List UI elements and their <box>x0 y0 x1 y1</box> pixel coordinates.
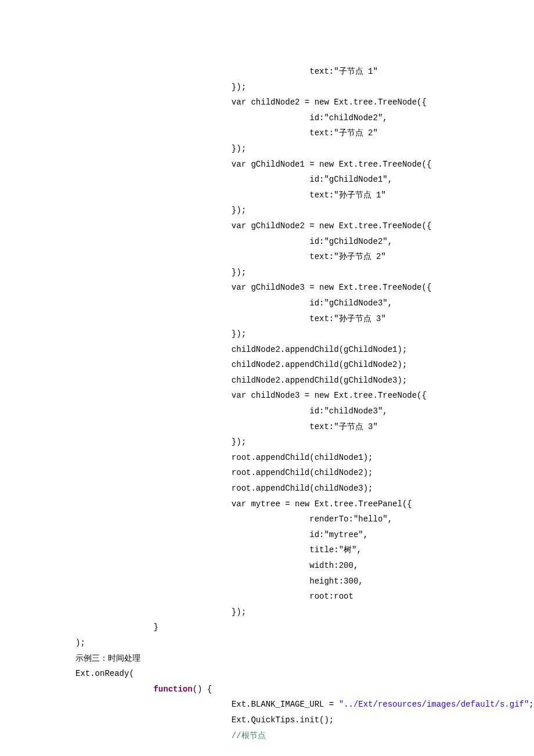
code-line: Ext.BLANK_IMAGE_URL = "../Ext/resources/… <box>75 700 534 709</box>
code-line: text:"孙子节点 2" <box>75 252 386 261</box>
code-line: //根节点 <box>75 731 266 740</box>
code-line: function() { <box>75 685 212 694</box>
code-token: }); <box>232 437 246 447</box>
code-token: title:"树", <box>309 545 362 555</box>
code-line: width:200, <box>75 561 358 570</box>
code-token: root.appendChild(childNode3); <box>232 484 373 493</box>
code-line: }); <box>75 607 246 617</box>
code-token: var childNode3 = new Ext.tree.TreeNode({ <box>232 391 427 400</box>
code-token: }); <box>232 268 246 277</box>
code-line: id:"mytree", <box>75 530 368 539</box>
code-token: var gChildNode2 = new Ext.tree.TreeNode(… <box>232 221 431 231</box>
code-token: var mytree = new Ext.tree.TreePanel({ <box>232 499 412 509</box>
code-token: var gChildNode1 = new Ext.tree.TreeNode(… <box>232 160 431 169</box>
code-token: id:"mytree", <box>309 530 368 539</box>
code-line: id:"childNode3", <box>75 406 388 416</box>
code-token: root.appendChild(childNode1); <box>232 453 373 462</box>
code-line: text:"子节点 2" <box>75 128 378 138</box>
code-token: }); <box>232 607 246 617</box>
code-line: }); <box>75 437 246 447</box>
code-token: childNode2.appendChild(gChildNode2); <box>232 360 407 369</box>
code-token: function <box>153 685 192 694</box>
code-line: var mytree = new Ext.tree.TreePanel({ <box>75 499 412 509</box>
code-line: height:300, <box>75 577 363 586</box>
code-token: var childNode2 = new Ext.tree.TreeNode({ <box>232 98 427 107</box>
code-line: title:"树", <box>75 545 362 555</box>
code-token: Ext.QuickTips.init(); <box>232 715 334 725</box>
code-token: text:"子节点 1" <box>309 67 378 76</box>
code-line: var gChildNode3 = new Ext.tree.TreeNode(… <box>75 283 431 292</box>
code-token: 示例三：时间处理 <box>75 654 140 663</box>
code-token: text:"孙子节点 1" <box>309 190 386 200</box>
code-token: var gChildNode3 = new Ext.tree.TreeNode(… <box>232 283 431 292</box>
code-token: }); <box>232 144 246 153</box>
code-token: height:300, <box>309 577 363 586</box>
code-token: id:"gChildNode3", <box>309 298 392 308</box>
code-token: }); <box>232 206 246 215</box>
code-line: ); <box>75 638 85 647</box>
code-token: childNode2.appendChild(gChildNode1); <box>232 345 407 354</box>
code-line: text:"子节点 3" <box>75 422 378 431</box>
code-line: 示例三：时间处理 <box>75 654 140 663</box>
code-line: id:"childNode2", <box>75 113 388 123</box>
code-token: ; <box>529 700 533 709</box>
code-line: }); <box>75 329 246 339</box>
code-line: text:"孙子节点 3" <box>75 314 386 323</box>
code-token: }); <box>232 329 246 339</box>
code-line: var childNode3 = new Ext.tree.TreeNode({ <box>75 391 427 400</box>
code-line: text:"子节点 1" <box>75 67 378 76</box>
code-line: var childNode2 = new Ext.tree.TreeNode({ <box>75 98 427 107</box>
code-token: text:"孙子节点 2" <box>309 252 386 261</box>
code-token: Ext.onReady( <box>75 669 134 678</box>
code-line: id:"gChildNode1", <box>75 175 392 184</box>
code-token: () { <box>193 685 212 694</box>
code-line: childNode2.appendChild(gChildNode3); <box>75 376 407 385</box>
code-line: root.appendChild(childNode3); <box>75 484 373 493</box>
code-token: width:200, <box>309 561 358 570</box>
code-line: childNode2.appendChild(gChildNode2); <box>75 360 407 369</box>
code-block: text:"子节点 1" }); var childNode2 = new Ex… <box>75 64 499 743</box>
code-token: } <box>153 622 158 632</box>
code-line: } <box>75 622 158 632</box>
code-line: text:"孙子节点 1" <box>75 190 386 200</box>
code-line: Ext.onReady( <box>75 669 134 678</box>
code-token: text:"孙子节点 3" <box>309 314 386 323</box>
code-token: root.appendChild(childNode2); <box>232 468 373 477</box>
document-page: text:"子节点 1" }); var childNode2 = new Ex… <box>0 0 534 756</box>
code-line: root:root <box>75 592 353 601</box>
code-token: //根节点 <box>232 731 266 740</box>
code-token: ); <box>75 638 85 647</box>
code-token: id:"childNode2", <box>309 113 387 123</box>
code-token: id:"gChildNode1", <box>309 175 392 184</box>
code-line: root.appendChild(childNode2); <box>75 468 373 477</box>
code-line: renderTo:"hello", <box>75 514 392 524</box>
code-line: }); <box>75 268 246 277</box>
code-line: var gChildNode2 = new Ext.tree.TreeNode(… <box>75 221 431 231</box>
code-token: }); <box>232 82 246 92</box>
code-token: id:"childNode3", <box>309 406 387 416</box>
code-line: root.appendChild(childNode1); <box>75 453 373 462</box>
code-token: Ext.BLANK_IMAGE_URL = <box>232 700 339 709</box>
code-token: id:"gChildNode2", <box>309 237 392 246</box>
code-line: childNode2.appendChild(gChildNode1); <box>75 345 407 354</box>
code-line: }); <box>75 144 246 153</box>
code-line: }); <box>75 82 246 92</box>
code-line: id:"gChildNode3", <box>75 298 392 308</box>
code-token: childNode2.appendChild(gChildNode3); <box>232 376 407 385</box>
code-token: text:"子节点 2" <box>309 128 378 138</box>
code-line: }); <box>75 206 246 215</box>
code-token: text:"子节点 3" <box>309 422 378 431</box>
code-token: "../Ext/resources/images/default/s.gif" <box>339 700 529 709</box>
code-line: id:"gChildNode2", <box>75 237 392 246</box>
code-line: Ext.QuickTips.init(); <box>75 715 334 725</box>
code-token: root:root <box>309 592 353 601</box>
code-line: var gChildNode1 = new Ext.tree.TreeNode(… <box>75 160 431 169</box>
code-token: renderTo:"hello", <box>309 514 392 524</box>
